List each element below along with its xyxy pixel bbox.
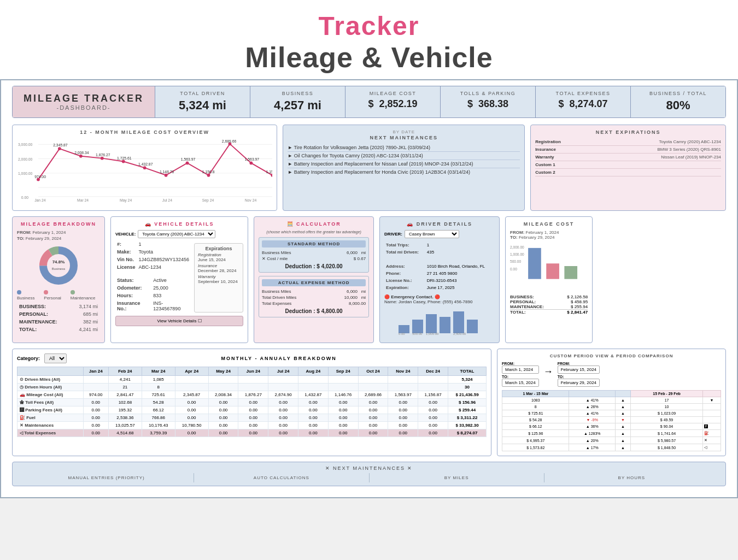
stat-business-total: BUSINESS / TOTAL 80% <box>631 86 725 117</box>
svg-text:1,146.76: 1,146.76 <box>160 170 174 174</box>
mileage-breakdown-panel: MILEAGE BREAKDOWN FROM: February 1, 2024… <box>12 216 105 343</box>
row-1: 12 - MONTH MILEAGE COST OVERVIEW 3,000.0… <box>12 125 726 211</box>
vehicle-selector: VEHICLE: Toyota Camry (2020) ABC-1234 <box>115 230 243 238</box>
maintenance-item: ► Battery Inspection and Replacement for… <box>288 160 520 168</box>
svg-text:0.00: 0.00 <box>21 196 28 199</box>
table-row: $ 66.12 ▲ 36% ▲ $ 90.04 🅿 <box>502 423 721 430</box>
period-title: CUSTOM PERIOD VIEW & PERIOD COMPARISON <box>502 353 721 358</box>
mileage-chart: 3,000.00 2,000.00 1,000.00 0.00 <box>17 138 272 204</box>
footer-cols: MANUAL ENTRIES (PRIORITY) AUTO CALCULATI… <box>19 473 719 482</box>
exp-row: Warranty Nissan Leaf (2019) MNOP-234 <box>535 154 721 161</box>
mc-to: TO: February 29, 2024 <box>510 235 588 240</box>
maintenance-item: ► Battery Inspection and Replacement for… <box>288 168 520 176</box>
chart-panel: 12 - MONTH MILEAGE COST OVERVIEW 3,000.0… <box>12 125 277 211</box>
svg-rect-48 <box>453 311 464 333</box>
svg-text:1,725.61: 1,725.61 <box>117 156 132 160</box>
svg-text:0.00: 0.00 <box>399 332 405 335</box>
standard-deduction: Deduction : $ 4,020.00 <box>262 263 366 269</box>
vehicle-expirations: Expirations RegistrationJune 15, 2024 In… <box>194 243 243 313</box>
brand-title: MILEAGE TRACKER <box>24 93 144 104</box>
mc-bar-chart: 0.00 500.00 1,000.00 2,000.00 <box>510 244 588 290</box>
svg-point-14 <box>143 166 147 169</box>
svg-text:500.00: 500.00 <box>510 260 522 263</box>
exp-row: Custom 1 <box>535 161 721 169</box>
stat-total-driven: TOTAL DRIVEN 5,324 mi <box>155 86 250 117</box>
vehicle-title: 🚗 VEHICLE DETAILS <box>115 221 243 227</box>
actual-method-box: ACTUAL EXPENSE METHOD Business Miles 6,0… <box>259 276 369 317</box>
exp-warranty: WarrantySeptember 10, 2024 <box>198 274 239 284</box>
stat-total-expenses: TOTAL EXPENSES $ 8,274.07 <box>536 86 631 117</box>
svg-point-17 <box>207 174 210 177</box>
mc-from: FROM: February 1, 2024 <box>510 230 588 235</box>
monthly-breakdown-table: Jan 24 Feb 24 Mar 24 Apr 24 May 24 Jun 2… <box>17 367 487 437</box>
table-row: $ 4,995.37 ▲ 20% ▲ $ 5,980.57 ✕ <box>502 437 721 444</box>
svg-text:2,345.87: 2,345.87 <box>53 143 68 147</box>
stat-mileage-cost: MILEAGE COST $ 2,852.19 <box>345 86 441 117</box>
view-vehicle-details-button[interactable]: View Vehicle Details ☐ <box>115 316 243 326</box>
standard-method-title: STANDARD METHOD <box>262 240 366 247</box>
stat-mileage-cost-label: MILEAGE COST <box>352 91 434 96</box>
driver-select[interactable]: Casey Brown <box>405 230 459 238</box>
next-expirations-panel: NEXT EXPIRATIONS Registration Toyota Cam… <box>530 125 726 211</box>
table-row: 8 ▲ 26% ▲ 10 <box>502 404 721 410</box>
standard-method-box: STANDARD METHOD Business Miles 6,000 mi … <box>259 237 369 273</box>
row-2: MILEAGE BREAKDOWN FROM: February 1, 2024… <box>12 216 726 343</box>
footer-col-miles: BY MILES <box>370 473 544 482</box>
svg-rect-45 <box>412 320 423 333</box>
stats-bar: MILEAGE TRACKER -DASHBOARD- TOTAL DRIVEN… <box>12 86 726 118</box>
driver-bar-chart: 0.00 500.00 1,000.00 2,500.00 <box>384 309 495 338</box>
period1-to[interactable]: March 15, 2024 <box>502 379 539 387</box>
period-arrow: → <box>543 362 553 378</box>
bottom-section: Category: All MONTHLY - ANNUALY BREAKDOW… <box>12 349 726 456</box>
actual-method-title: ACTUAL EXPENSE METHOD <box>262 279 366 286</box>
breakdown-from: FROM: February 1, 2024 <box>17 230 100 235</box>
mileage-cost-panel: MILEAGE COST FROM: February 1, 2024 TO: … <box>505 216 593 343</box>
driver-fields: Total Trips:1 Total mi Driven:435 Addres… <box>384 241 495 291</box>
svg-text:Jul 24: Jul 24 <box>162 198 172 202</box>
main-container: MILEAGE TRACKER -DASHBOARD- TOTAL DRIVEN… <box>0 79 738 498</box>
exp-insurance: InsuranceDecember 28, 2024 <box>198 263 239 273</box>
svg-rect-58 <box>528 248 541 279</box>
breakdown-title: MILEAGE BREAKDOWN <box>17 221 100 227</box>
svg-text:Business: Business <box>52 267 65 270</box>
stat-tolls: TOLLS & PARKING $ 368.38 <box>441 86 536 117</box>
period2-to[interactable]: February 29, 2024 <box>558 379 600 387</box>
svg-point-16 <box>186 161 189 164</box>
svg-text:2,500.00: 2,500.00 <box>453 332 466 335</box>
table-row: $ 54.28 ▼ -9% ▼ $ 49.59 <box>502 417 721 423</box>
svg-text:Nov 24: Nov 24 <box>245 198 257 202</box>
stat-business-label: BUSINESS <box>257 91 338 96</box>
header: Tracker Mileage & Vehicle <box>0 0 738 79</box>
stat-total-expenses-label: TOTAL EXPENSES <box>542 91 624 96</box>
svg-rect-47 <box>440 317 450 333</box>
vehicle-select[interactable]: Toyota Camry (2020) ABC-1234 <box>138 230 215 238</box>
svg-text:Sep 24: Sep 24 <box>202 198 214 203</box>
svg-text:1,000.00: 1,000.00 <box>510 252 524 256</box>
category-select[interactable]: All <box>44 353 67 363</box>
stat-tolls-value: $ 368.38 <box>447 98 529 110</box>
exp-row: Registration Toyota Camry (2020) ABC-123… <box>535 138 721 146</box>
svg-text:1,000.00: 1,000.00 <box>18 172 33 175</box>
svg-text:0.00: 0.00 <box>510 267 517 271</box>
calc-subtitle: (choose which method offers the greater … <box>259 230 369 234</box>
period-compare-table: 1 Mar - 15 Mar 15 Feb - 29 Feb 1083 ▲ 41… <box>502 390 721 451</box>
table-row: ⊙ Driven Miles (All) 4,2411,085 5,324 <box>17 376 487 384</box>
svg-text:1,000.00: 1,000.00 <box>426 332 439 335</box>
donut-chart: 74.8% Business <box>17 244 100 287</box>
mileage-cost-title: MILEAGE COST <box>510 221 588 227</box>
svg-point-12 <box>101 157 104 160</box>
period2-from[interactable]: February 15, 2024 <box>558 366 600 374</box>
svg-rect-46 <box>426 314 437 333</box>
header-subtitle: Mileage & Vehicle <box>0 41 738 74</box>
stat-mileage-cost-value: $ 2,852.19 <box>352 98 434 110</box>
actual-deduction: Deduction : $ 4,800.00 <box>262 308 366 314</box>
table-row: 🛣 Toll Fees (All) 0.00102.6854.28 0.000.… <box>17 399 487 406</box>
exp-row: Custom 2 <box>535 169 721 176</box>
mc-table: BUSINESS:$ 2,126.58 PERSONAL:$ 458.95 MA… <box>510 294 588 315</box>
maintenance-item: ► Oil Changes for Toyota Camry (2020) AB… <box>288 152 520 160</box>
table-row: ⛽ Fuel 0.002,538.36766.86 0.000.000.00 0… <box>17 414 487 422</box>
svg-text:2,000.00: 2,000.00 <box>510 245 524 249</box>
period1-from[interactable]: March 1, 2024 <box>502 366 539 374</box>
period-comparison-panel: CUSTOM PERIOD VIEW & PERIOD COMPARISON F… <box>497 349 726 456</box>
svg-text:2,000.00: 2,000.00 <box>18 157 33 161</box>
